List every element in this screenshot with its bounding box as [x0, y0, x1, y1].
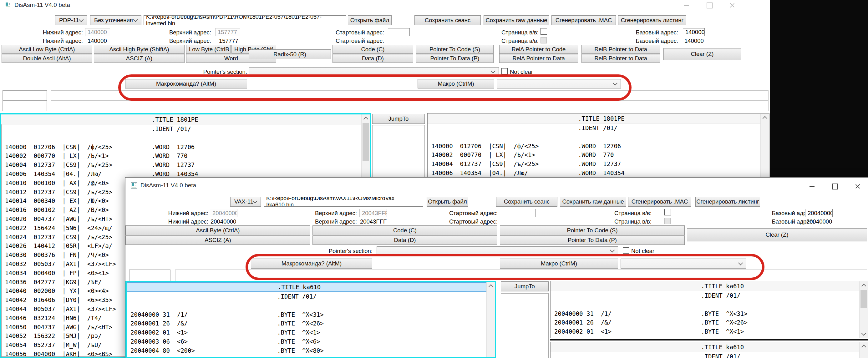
- pointer-to-code-button[interactable]: Pointer To Code (S): [416, 45, 494, 54]
- close-icon[interactable]: [850, 182, 865, 190]
- save-raw-button[interactable]: Сохранить raw данные: [560, 197, 626, 207]
- scrollbar[interactable]: [859, 343, 868, 358]
- base-address-label: Базовый адрес:: [750, 210, 814, 217]
- code-button[interactable]: Code (C): [333, 45, 413, 54]
- low-byte-button[interactable]: Low Byte (CtrlB: [186, 45, 230, 54]
- upper-address-label2: Верхний адрес:: [294, 218, 357, 225]
- disasm-pane-right-bottom[interactable]: .TITLE ka610 .IDENT /01/: [550, 342, 868, 358]
- listing-line: .IDENT /01/: [1, 124, 370, 133]
- clear-button[interactable]: Clear (Z): [687, 228, 867, 241]
- minimize-icon[interactable]: [679, 1, 694, 9]
- maximize-icon[interactable]: [702, 1, 717, 9]
- upper-address-input[interactable]: 20043FFF: [360, 209, 387, 217]
- pointer-to-data-button[interactable]: Pointer To Data (P): [500, 235, 685, 245]
- disasm-pane-right-top[interactable]: .TITLE ka610 .IDENT /01/20040000 31 /1/ …: [550, 281, 868, 338]
- ascii-byte-button[interactable]: Ascii Byte (CtrlA): [125, 225, 310, 235]
- pointer-to-data-button[interactable]: Pointer To Data (P): [416, 54, 494, 63]
- relb-pointer-to-data-button2[interactable]: RelB Pointer to Data: [582, 54, 660, 63]
- save-session-button[interactable]: Сохранить сеанс: [414, 15, 481, 25]
- start-address-input[interactable]: [388, 28, 410, 36]
- scroll-up-icon[interactable]: [761, 114, 769, 122]
- save-raw-button[interactable]: Сохранить raw данные: [484, 15, 549, 25]
- chevron-down-icon: [79, 17, 84, 22]
- variant-select[interactable]: Без уточнения: [90, 15, 142, 25]
- comment-box-1[interactable]: [2, 90, 47, 101]
- base-address-value: 140000: [684, 37, 704, 44]
- rela-pointer-to-code-button[interactable]: RelA Pointer to Code: [499, 45, 578, 54]
- ascii-high-byte-button[interactable]: Ascii High Byte (ShiftA): [94, 45, 185, 54]
- lower-address-label: Нижний адрес:: [146, 210, 208, 217]
- upper-address-input[interactable]: 157777: [215, 28, 240, 36]
- lower-address-input[interactable]: 20040000: [210, 209, 238, 217]
- io-page-checkbox[interactable]: [664, 209, 671, 216]
- pointer-to-code-button[interactable]: Pointer To Code (S): [500, 225, 685, 235]
- comment-box-2[interactable]: [2, 101, 47, 111]
- io-page-checkbox-disabled: [540, 37, 547, 43]
- cpu-select[interactable]: PDP-11: [55, 15, 87, 25]
- upper-address-value: 20043FFF: [360, 218, 386, 225]
- listing-title-row[interactable]: .TITLE ka610: [551, 281, 868, 291]
- file-path-input[interactable]: K:\Repo\ForDebug\DisAsm\PDP11\ROM\1801PE…: [144, 15, 346, 25]
- start-address-input[interactable]: [513, 209, 535, 217]
- data-button[interactable]: Data (D): [333, 54, 413, 63]
- start-address-label2: Стартовый адрес:: [325, 37, 384, 44]
- lower-address-input[interactable]: 140000: [85, 28, 110, 36]
- listing-title-row[interactable]: .TITLE 1801PE: [428, 113, 769, 124]
- disasm-pane-left[interactable]: .TITLE ka610 .IDENT /01/20040000 31 /1/ …: [125, 281, 496, 358]
- scroll-up-icon[interactable]: [860, 282, 868, 290]
- annotation-oval-front: [246, 254, 765, 280]
- start-address-label2: Стартовый адрес:: [435, 218, 498, 225]
- base-address-input[interactable]: 140000: [683, 28, 705, 36]
- data-button[interactable]: Data (D): [312, 235, 497, 245]
- scrollbar[interactable]: [486, 282, 495, 357]
- scrollbar[interactable]: [859, 282, 868, 338]
- generate-listing-button[interactable]: Сгенерировать листинг: [618, 15, 686, 25]
- ascii-low-byte-button[interactable]: Ascii Low Byte (CtrlA): [2, 45, 92, 54]
- base-address-input[interactable]: 20040000: [805, 209, 833, 217]
- save-session-button[interactable]: Сохранить сеанс: [496, 197, 557, 207]
- generate-mac-button[interactable]: Сгенерировать .MAC: [552, 15, 616, 25]
- asciz-button[interactable]: ASCIZ (A): [125, 235, 310, 245]
- minimize-icon[interactable]: [805, 182, 819, 190]
- open-file-button[interactable]: Открыть файл: [348, 15, 392, 25]
- jumpto-button[interactable]: JumpTo: [372, 114, 425, 124]
- radix50-button[interactable]: Radix-50 (R): [249, 50, 331, 59]
- code-button[interactable]: Code (C): [312, 225, 497, 235]
- cpu-select[interactable]: VAX-11: [230, 197, 261, 207]
- not-clear-checkbox[interactable]: [501, 68, 508, 74]
- double-ascii-button[interactable]: Double Ascii (AltA): [2, 54, 92, 63]
- maximize-icon[interactable]: [828, 182, 842, 190]
- open-file-button[interactable]: Открыть файл: [427, 197, 468, 207]
- listing-line: 140004 012737 |CS9| /ъ/<25> .WORD 12737: [428, 159, 769, 168]
- start-address-label: Стартовый адрес:: [325, 29, 384, 36]
- io-page-checkbox[interactable]: [540, 28, 547, 35]
- listing-title-row-selected[interactable]: .TITLE ka610: [127, 282, 495, 292]
- asciz-button[interactable]: ASCIZ (A): [94, 54, 185, 63]
- listing-line: .IDENT /01/: [127, 292, 495, 301]
- scroll-up-icon[interactable]: [362, 115, 370, 123]
- io-page-label2: Страница в/в:: [482, 37, 539, 44]
- close-icon[interactable]: [725, 1, 739, 9]
- generate-mac-button[interactable]: Сгенерировать .MAC: [628, 197, 691, 207]
- scrollbar-thumb[interactable]: [363, 123, 369, 161]
- listing-body[interactable]: .IDENT /01/: [551, 352, 868, 358]
- listing-title-row[interactable]: .TITLE 1801PE: [1, 115, 370, 124]
- not-clear-checkbox[interactable]: [623, 247, 629, 254]
- file-path-input[interactable]: K:\Repo\ForDebug\DisAsm\VAX11\ROMs\Micro…: [264, 197, 423, 207]
- clear-button[interactable]: Clear (Z): [663, 48, 741, 60]
- scroll-up-icon[interactable]: [487, 282, 495, 290]
- scroll-up-icon[interactable]: [860, 343, 868, 351]
- generate-listing-button[interactable]: Сгенерировать листинг: [695, 197, 760, 207]
- relb-pointer-to-data-button1[interactable]: RelB Pointer to Data: [582, 45, 660, 54]
- scroll-down-icon[interactable]: [860, 330, 868, 338]
- listing-body[interactable]: .IDENT /01/20040000 31 /1/ .BYTE ^X<31>2…: [127, 292, 495, 355]
- rela-pointer-to-data-button[interactable]: RelA Pointer to Data: [499, 54, 578, 63]
- comment-box-1[interactable]: [129, 269, 170, 281]
- scrollbar-thumb[interactable]: [861, 290, 867, 308]
- splitter[interactable]: [550, 339, 868, 340]
- jumpto-list[interactable]: [501, 293, 549, 358]
- jumpto-button[interactable]: JumpTo: [501, 282, 549, 291]
- listing-body[interactable]: .IDENT /01/20040000 31 /1/ .BYTE ^X<31>2…: [551, 291, 868, 336]
- comment-field-2[interactable]: [51, 101, 769, 111]
- listing-title-row[interactable]: .TITLE ka610: [551, 342, 868, 352]
